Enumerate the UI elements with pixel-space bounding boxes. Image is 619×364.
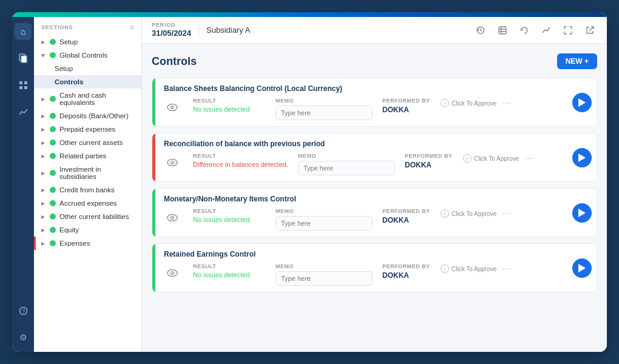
approve-button[interactable]: ✓ Click To Approve xyxy=(441,99,496,107)
svg-point-18 xyxy=(171,161,174,164)
sidebar-item-deposits[interactable]: ▶ Deposits (Bank/Other) xyxy=(34,109,141,123)
approve-button[interactable]: ✓ Click To Approve xyxy=(463,154,519,163)
chart-icon[interactable] xyxy=(539,23,553,38)
play-button[interactable] xyxy=(572,203,592,223)
sidebar-item-other-current[interactable]: ▶ Other current assets xyxy=(34,136,141,149)
sidebar-item-gc-controls[interactable]: Controls xyxy=(34,75,141,89)
play-button[interactable] xyxy=(572,258,592,278)
status-dot xyxy=(50,187,56,193)
sidebar-item-gc-setup[interactable]: Setup xyxy=(34,62,141,75)
content-area: Controls NEW + Balance Sheets Balancing … xyxy=(142,44,607,352)
right-actions: ✓ Click To Approve ··· xyxy=(441,263,513,274)
new-button[interactable]: NEW + xyxy=(557,53,597,69)
more-options-button[interactable]: ··· xyxy=(523,153,535,164)
arrow-icon: ▶ xyxy=(41,228,45,233)
expand-icon[interactable] xyxy=(561,23,575,38)
sidebar-item-accrued[interactable]: ▶ Accrued expenses xyxy=(34,197,141,210)
nav-analytics[interactable] xyxy=(15,103,32,120)
eye-icon[interactable] xyxy=(164,209,181,226)
performed-label: Performed by xyxy=(382,98,431,104)
filter-icon[interactable]: ≡ xyxy=(130,23,134,32)
arrow-icon: ▶ xyxy=(41,113,45,119)
svg-marker-16 xyxy=(578,98,586,107)
approve-button[interactable]: ✓ Click To Approve xyxy=(441,265,496,273)
performed-by-value: DOKKA xyxy=(382,216,431,224)
result-value: No issues detected xyxy=(193,271,266,278)
result-group: Result No issues detected xyxy=(193,208,266,223)
result-label: Result xyxy=(193,208,266,214)
card-title: Retained Earnings Control xyxy=(164,250,559,258)
external-link-icon[interactable] xyxy=(583,23,597,38)
period-label: PERIOD xyxy=(152,22,191,29)
sidebar-label: Other current assets xyxy=(59,139,123,146)
more-options-button[interactable]: ··· xyxy=(500,208,513,219)
memo-input[interactable] xyxy=(298,161,395,175)
svg-line-13 xyxy=(589,27,594,31)
sidebar-item-investment[interactable]: ▶ Investment in subsidiaries xyxy=(34,163,141,183)
card-body: Monetary/Non-Monetary Items Control Resu… xyxy=(155,189,567,237)
sidebar-item-expenses[interactable]: ▶ Expenses xyxy=(34,237,141,250)
status-dot xyxy=(50,140,56,146)
approve-button[interactable]: ✓ Click To Approve xyxy=(441,209,496,218)
arrow-icon: ▶ xyxy=(41,214,45,220)
more-options-button[interactable]: ··· xyxy=(500,98,513,109)
sidebar-label: Other current liabilities xyxy=(59,213,129,220)
nav-settings[interactable]: ⚙ xyxy=(15,329,32,346)
sidebar-item-cash[interactable]: ▶ Cash and cash equivalents xyxy=(34,89,141,109)
refresh-icon[interactable] xyxy=(517,23,532,38)
arrow-icon: ▶ xyxy=(41,201,45,206)
memo-group: Memo xyxy=(298,153,395,175)
approve-circle-icon: ✓ xyxy=(463,154,472,163)
memo-label: Memo xyxy=(276,208,373,214)
history-icon[interactable] xyxy=(473,23,488,38)
sidebar-label: Equity xyxy=(59,226,79,234)
card-title: Balance Sheets Balancing Control (Local … xyxy=(164,84,559,93)
arrow-icon: ▶ xyxy=(41,96,45,102)
arrow-icon: ▶ xyxy=(41,140,45,146)
sidebar-label: Prepaid expenses xyxy=(59,126,115,133)
card-body: Retained Earnings Control Result No issu… xyxy=(155,244,567,292)
play-button[interactable] xyxy=(572,148,592,167)
memo-group: Memo xyxy=(276,98,373,120)
memo-input[interactable] xyxy=(276,216,373,231)
period-date: 31/05/2024 xyxy=(152,29,191,38)
content-title-row: Controls NEW + xyxy=(152,53,597,69)
eye-icon[interactable] xyxy=(164,154,181,171)
sidebar-label: Credit from banks xyxy=(59,186,115,194)
play-button[interactable] xyxy=(572,93,592,112)
sidebar-item-credit[interactable]: ▶ Credit from banks xyxy=(34,183,141,197)
memo-input[interactable] xyxy=(276,106,373,120)
sidebar-label: Investment in subsidiaries xyxy=(59,166,134,180)
sidebar-label: Deposits (Bank/Other) xyxy=(59,112,129,120)
card-fields: Result No issues detected Memo Performed… xyxy=(164,98,559,120)
memo-group: Memo xyxy=(276,263,373,286)
approve-circle-icon: ✓ xyxy=(441,99,449,107)
sidebar-item-prepaid[interactable]: ▶ Prepaid expenses xyxy=(34,123,141,136)
main-layout: ⌂ xyxy=(12,17,607,352)
arrow-icon: ▶ xyxy=(41,170,45,176)
control-card: Balance Sheets Balancing Control (Local … xyxy=(152,78,597,127)
card-body: Reconciliation of balance with previous … xyxy=(155,133,567,181)
sidebar-item-equity[interactable]: ▶ Equity xyxy=(34,223,141,237)
sidebar-item-related[interactable]: ▶ Related parties xyxy=(34,149,141,163)
control-card: Reconciliation of balance with previous … xyxy=(152,133,597,182)
sidebar-item-global-controls[interactable]: ▶ Global Controls xyxy=(34,49,141,62)
sidebar-item-other-liab[interactable]: ▶ Other current liabilities xyxy=(34,210,141,223)
status-dot xyxy=(50,113,56,119)
result-group: Result Difference in balances detected. xyxy=(193,153,288,168)
status-dot xyxy=(50,214,56,220)
table-icon[interactable] xyxy=(495,23,510,38)
approve-label: Click To Approve xyxy=(452,211,496,217)
more-options-button[interactable]: ··· xyxy=(500,263,513,274)
main-content: PERIOD 31/05/2024 Subsidiary A xyxy=(142,17,607,352)
sidebar-item-setup[interactable]: ▶ Setup xyxy=(34,35,141,49)
eye-icon[interactable] xyxy=(164,99,181,116)
memo-input[interactable] xyxy=(276,271,373,286)
eye-icon[interactable] xyxy=(164,265,181,281)
nav-home[interactable]: ⌂ xyxy=(15,23,32,40)
nav-documents[interactable] xyxy=(15,50,32,67)
arrow-icon: ▶ xyxy=(41,187,45,193)
approve-circle-icon: ✓ xyxy=(441,265,449,273)
nav-grid[interactable] xyxy=(15,76,32,93)
nav-help[interactable]: ? xyxy=(15,302,32,319)
